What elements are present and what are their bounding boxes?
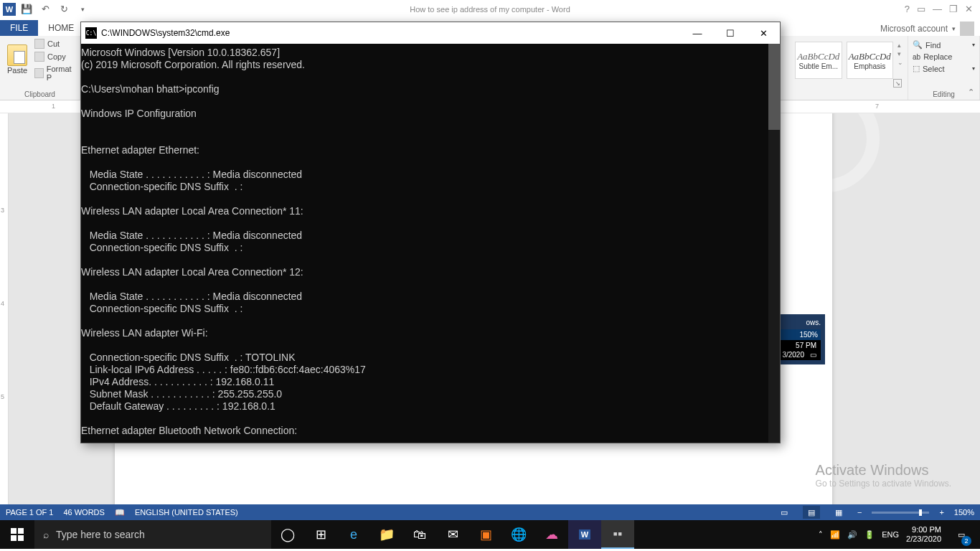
ruler-mark-1: 1 bbox=[52, 103, 55, 110]
mail-icon[interactable]: ✉ bbox=[436, 520, 469, 549]
taskbar-search[interactable]: ⌕ Type here to search bbox=[34, 520, 271, 549]
app-icon[interactable]: ☁ bbox=[535, 520, 568, 549]
cmd-minimize-button[interactable]: — bbox=[681, 22, 714, 44]
style-name-2: Emphasis bbox=[854, 62, 885, 70]
cmd-scrollbar-thumb[interactable] bbox=[768, 44, 780, 130]
select-button[interactable]: ⬚Select▾ bbox=[913, 64, 975, 73]
ruler-mark-7: 7 bbox=[875, 103, 879, 110]
edge-icon[interactable]: e bbox=[337, 520, 370, 549]
inset-date: 3/2020 bbox=[782, 351, 804, 359]
restore-icon[interactable]: ❐ bbox=[949, 4, 958, 14]
avatar-icon bbox=[960, 22, 974, 36]
cmd-output[interactable]: Microsoft Windows [Version 10.0.18362.65… bbox=[81, 44, 780, 443]
cmd-window: C:\ C:\WINDOWS\system32\cmd.exe — ☐ ✕ Mi… bbox=[80, 22, 781, 443]
tray-date: 2/23/2020 bbox=[906, 534, 941, 544]
paste-button[interactable]: Paste bbox=[4, 37, 30, 82]
status-language[interactable]: ENGLISH (UNITED STATES) bbox=[135, 508, 238, 517]
minimize-icon[interactable]: — bbox=[933, 4, 942, 14]
qat-customize-icon[interactable]: ▾ bbox=[75, 1, 90, 17]
notification-center-icon[interactable]: ▭2 bbox=[948, 520, 974, 549]
select-icon: ⬚ bbox=[913, 64, 920, 73]
file-explorer-icon[interactable]: 📁 bbox=[370, 520, 403, 549]
word-app-icon: W bbox=[3, 3, 16, 16]
word-taskbar-icon[interactable]: W bbox=[568, 520, 601, 549]
copy-button[interactable]: Copy bbox=[34, 52, 75, 62]
ms-account-label: Microsoft account bbox=[880, 24, 948, 34]
document-title: How to see ip address of my computer - W… bbox=[410, 5, 570, 14]
ms-account[interactable]: Microsoft account ▾ bbox=[880, 22, 980, 36]
tray-language[interactable]: ENG bbox=[882, 530, 899, 539]
zoom-in-icon[interactable]: + bbox=[939, 508, 943, 517]
ribbon-display-icon[interactable]: ▭ bbox=[917, 4, 925, 14]
cut-label: Cut bbox=[47, 39, 60, 48]
cut-button[interactable]: Cut bbox=[34, 39, 75, 49]
inset-ows: ows. bbox=[806, 319, 821, 326]
vertical-ruler[interactable]: 3 4 5 bbox=[0, 113, 9, 504]
web-layout-icon[interactable]: ▦ bbox=[830, 506, 847, 519]
style-sample-2: AaBbCcDd bbox=[849, 51, 891, 62]
cortana-icon[interactable]: ◯ bbox=[271, 520, 304, 549]
close-icon[interactable]: ✕ bbox=[965, 4, 973, 14]
tab-file[interactable]: FILE bbox=[0, 20, 38, 36]
qat-undo-icon[interactable]: ↶ bbox=[37, 1, 53, 17]
replace-label: Replace bbox=[923, 52, 952, 61]
styles-scroll[interactable]: ▴▾⌄ bbox=[897, 42, 903, 66]
style-emphasis[interactable]: AaBbCcDd Emphasis bbox=[847, 42, 894, 79]
find-label: Find bbox=[925, 41, 941, 50]
taskbar: ⌕ Type here to search ◯ ⊞ e 📁 🛍 ✉ ▣ 🌐 ☁ … bbox=[0, 520, 980, 549]
style-subtle-emphasis[interactable]: AaBbCcDd Subtle Em... bbox=[795, 42, 842, 79]
tray-chevron-icon[interactable]: ˄ bbox=[819, 530, 823, 540]
vruler-5: 5 bbox=[1, 393, 4, 400]
select-label: Select bbox=[923, 65, 945, 73]
xampp-icon[interactable]: ▣ bbox=[469, 520, 502, 549]
tray-battery-icon[interactable]: 🔋 bbox=[864, 530, 875, 540]
status-spellcheck-icon[interactable]: 📖 bbox=[115, 508, 125, 517]
find-icon: 🔍 bbox=[913, 40, 923, 50]
vruler-4: 4 bbox=[1, 300, 4, 307]
qat-redo-icon[interactable]: ↻ bbox=[56, 1, 72, 17]
tray-network-icon[interactable]: 📶 bbox=[830, 530, 840, 540]
replace-button[interactable]: abReplace bbox=[913, 52, 975, 61]
find-button[interactable]: 🔍Find▾ bbox=[913, 40, 975, 50]
styles-dialog-launcher[interactable]: ↘ bbox=[893, 79, 902, 88]
paste-label: Paste bbox=[7, 66, 27, 75]
windows-logo-icon bbox=[11, 528, 24, 541]
format-painter-label: Format P bbox=[47, 65, 75, 82]
collapse-ribbon-icon[interactable]: ⌃ bbox=[964, 87, 977, 97]
tray-volume-icon[interactable]: 🔊 bbox=[847, 530, 857, 540]
cut-icon bbox=[34, 39, 44, 49]
style-name-1: Subtle Em... bbox=[799, 62, 838, 70]
cmd-title: C:\WINDOWS\system32\cmd.exe bbox=[101, 28, 681, 38]
inset-notif-icon: ▭ bbox=[810, 351, 816, 359]
start-button[interactable] bbox=[0, 520, 34, 549]
print-layout-icon[interactable]: ▤ bbox=[803, 506, 820, 519]
cmd-app-icon: C:\ bbox=[85, 27, 97, 39]
help-icon[interactable]: ? bbox=[905, 4, 910, 14]
vruler-3: 3 bbox=[1, 207, 4, 214]
cmd-titlebar[interactable]: C:\ C:\WINDOWS\system32\cmd.exe — ☐ ✕ bbox=[81, 22, 780, 44]
qat-save-icon[interactable]: 💾 bbox=[19, 1, 34, 17]
search-icon: ⌕ bbox=[43, 529, 49, 540]
word-statusbar: PAGE 1 OF 1 46 WORDS 📖 ENGLISH (UNITED S… bbox=[0, 504, 980, 520]
zoom-out-icon[interactable]: − bbox=[857, 508, 862, 517]
task-view-icon[interactable]: ⊞ bbox=[304, 520, 337, 549]
tab-home[interactable]: HOME bbox=[38, 20, 84, 36]
zoom-slider[interactable] bbox=[872, 512, 929, 514]
tray-clock[interactable]: 9:00 PM 2/23/2020 bbox=[906, 525, 941, 544]
format-painter-icon bbox=[34, 68, 44, 78]
clipboard-group-label: Clipboard bbox=[4, 89, 75, 100]
read-mode-icon[interactable]: ▭ bbox=[776, 506, 793, 519]
activate-heading: Activate Windows bbox=[816, 462, 951, 479]
chrome-icon[interactable]: 🌐 bbox=[502, 520, 535, 549]
replace-icon: ab bbox=[913, 53, 920, 61]
cmd-taskbar-icon[interactable]: ▪▪ bbox=[601, 520, 634, 549]
tray-time: 9:00 PM bbox=[906, 525, 941, 534]
format-painter-button[interactable]: Format P bbox=[34, 65, 75, 82]
cmd-close-button[interactable]: ✕ bbox=[747, 22, 780, 44]
status-words[interactable]: 46 WORDS bbox=[63, 508, 104, 517]
cmd-maximize-button[interactable]: ☐ bbox=[714, 22, 747, 44]
store-icon[interactable]: 🛍 bbox=[403, 520, 436, 549]
zoom-level[interactable]: 150% bbox=[954, 508, 974, 517]
inset-zoom: 150% bbox=[799, 331, 818, 339]
status-page[interactable]: PAGE 1 OF 1 bbox=[6, 508, 53, 517]
